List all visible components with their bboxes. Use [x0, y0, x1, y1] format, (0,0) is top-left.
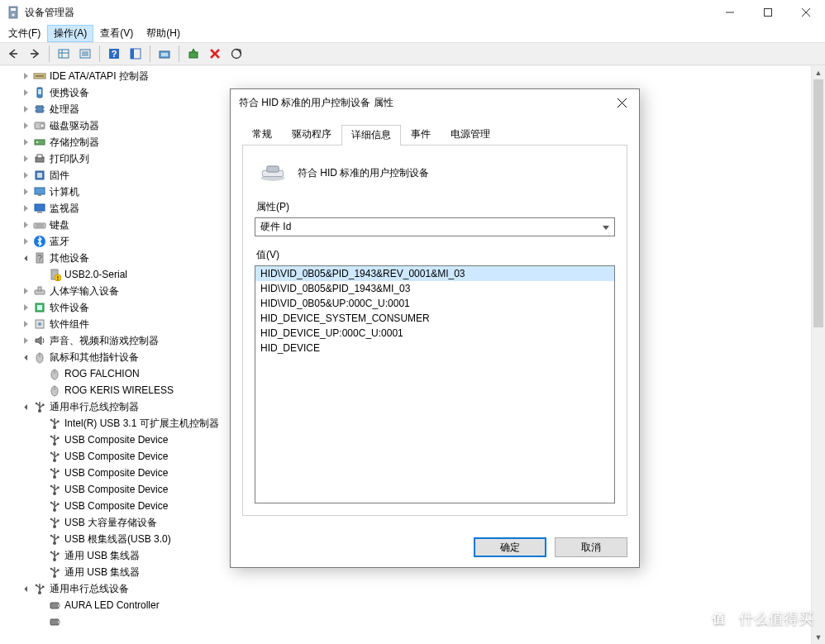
list-item[interactable]: HID\VID_0B05&PID_1943&REV_0001&MI_03: [255, 266, 614, 281]
update-driver-button[interactable]: [155, 45, 174, 63]
maximize-button[interactable]: [749, 0, 787, 25]
tree-item-label: USB Composite Device: [64, 484, 168, 495]
vertical-scrollbar[interactable]: ▲ ▼: [811, 65, 825, 644]
expander-icon[interactable]: [20, 219, 31, 231]
expander-icon[interactable]: [20, 401, 31, 413]
svg-point-102: [50, 485, 53, 488]
svg-rect-133: [57, 570, 60, 572]
tree-item[interactable]: IDE ATA/ATAPI 控制器: [0, 68, 811, 84]
menu-file[interactable]: 文件(F): [2, 25, 47, 42]
expander-icon[interactable]: [20, 186, 31, 198]
menu-view[interactable]: 查看(V): [93, 25, 140, 42]
list-item[interactable]: HID_DEVICE_UP:000C_U:0001: [255, 326, 614, 341]
expander-icon[interactable]: [20, 169, 31, 181]
list-item[interactable]: HID_DEVICE: [255, 341, 614, 355]
expander-icon[interactable]: [20, 136, 31, 148]
scroll-thumb[interactable]: [813, 79, 823, 327]
tree-item-label: 通用串行总线控制器: [50, 400, 139, 414]
svg-rect-42: [37, 173, 42, 178]
list-item[interactable]: HID\VID_0B05&PID_1943&MI_03: [255, 281, 614, 296]
expander-icon[interactable]: [20, 87, 31, 98]
svg-point-36: [41, 124, 45, 128]
tree-item[interactable]: [0, 613, 811, 630]
tree-item[interactable]: AURA LED Controller: [0, 597, 811, 613]
portable-icon: [33, 86, 46, 99]
close-button[interactable]: [787, 0, 825, 25]
dialog-titlebar[interactable]: 符合 HID 标准的用户控制设备 属性: [231, 89, 639, 116]
tree-item[interactable]: 通用串行总线设备: [0, 580, 811, 597]
tab-power[interactable]: 电源管理: [441, 124, 500, 145]
tree-item-label: USB Composite Device: [64, 500, 168, 512]
unknown-warn-icon: !: [48, 268, 61, 281]
tab-driver[interactable]: 驱动程序: [282, 124, 341, 145]
dialog-close-button[interactable]: [604, 89, 639, 116]
expander-icon[interactable]: [20, 335, 31, 346]
properties-view-button[interactable]: [75, 45, 95, 63]
enable-button[interactable]: [184, 45, 203, 63]
menu-help[interactable]: 帮助(H): [140, 25, 187, 42]
svg-rect-142: [50, 619, 59, 625]
mouse-icon: [48, 367, 61, 380]
help-topics-button[interactable]: [126, 45, 145, 63]
tree-item-label: 通用串行总线设备: [50, 582, 129, 596]
tab-events[interactable]: 事件: [401, 124, 441, 145]
svg-rect-1: [11, 8, 16, 11]
menu-action[interactable]: 操作(A): [47, 25, 93, 42]
watermark-icon: 值: [704, 604, 732, 632]
show-hidden-button[interactable]: [54, 45, 74, 63]
expander-icon[interactable]: [20, 302, 31, 313]
value-label: 值(V): [256, 248, 615, 262]
svg-rect-22: [189, 52, 198, 58]
svg-rect-139: [42, 586, 45, 589]
tree-item-label: IDE ATA/ATAPI 控制器: [50, 69, 149, 83]
scroll-track[interactable]: [812, 79, 825, 630]
scroll-down-arrow[interactable]: ▼: [812, 630, 825, 644]
firmware-icon: [33, 169, 46, 182]
mouse-icon: [48, 384, 61, 397]
expander-icon[interactable]: [20, 583, 31, 594]
expander-icon[interactable]: [20, 103, 31, 115]
tab-details[interactable]: 详细信息: [341, 125, 401, 145]
list-item[interactable]: HID\VID_0B05&UP:000C_U:0001: [255, 296, 614, 311]
expander-icon[interactable]: [20, 351, 31, 363]
usb-icon: [48, 516, 61, 529]
uninstall-button[interactable]: [205, 45, 225, 63]
expander-icon[interactable]: [20, 203, 31, 214]
minimize-button[interactable]: [711, 0, 749, 25]
ok-button[interactable]: 确定: [474, 537, 546, 557]
expander-icon[interactable]: [20, 318, 31, 330]
back-button[interactable]: [3, 45, 23, 63]
usb-dev-icon: [48, 599, 61, 612]
tree-item-label: USB2.0-Serial: [64, 269, 127, 280]
scroll-up-arrow[interactable]: ▲: [812, 65, 825, 79]
cancel-button[interactable]: 取消: [555, 537, 627, 557]
help-button[interactable]: ?: [104, 45, 124, 63]
window-title: 设备管理器: [25, 6, 74, 20]
value-listbox[interactable]: HID\VID_0B05&PID_1943&REV_0001&MI_03HID\…: [255, 265, 615, 503]
tree-item-label: 蓝牙: [50, 235, 69, 249]
forward-button[interactable]: [25, 45, 45, 63]
device-header: 符合 HID 标准的用户控制设备: [258, 160, 615, 185]
device-icon: [258, 160, 288, 185]
expander-icon[interactable]: [20, 153, 31, 165]
unknown-icon: ?: [33, 251, 46, 265]
printer-icon: [33, 152, 46, 165]
expander-icon[interactable]: [20, 285, 31, 297]
tree-item-label: 固件: [50, 169, 69, 183]
tab-general[interactable]: 常规: [242, 124, 282, 145]
scan-hardware-button[interactable]: [227, 45, 246, 63]
tree-item-label: ROG FALCHION: [64, 368, 140, 379]
tab-row: 常规 驱动程序 详细信息 事件 电源管理: [242, 124, 627, 145]
property-dropdown[interactable]: 硬件 Id: [255, 217, 615, 236]
expander-icon[interactable]: [20, 252, 31, 264]
list-item[interactable]: HID_DEVICE_SYSTEM_CONSUMER: [255, 311, 614, 326]
svg-point-96: [50, 469, 53, 471]
tree-item-label: AURA LED Controller: [64, 599, 160, 611]
expander-icon[interactable]: [20, 236, 31, 247]
expander-icon[interactable]: [20, 70, 31, 82]
tree-item-label: 其他设备: [50, 251, 89, 265]
usb-icon: [48, 499, 61, 513]
ide-icon: [33, 69, 46, 83]
audio-icon: [33, 334, 46, 347]
expander-icon[interactable]: [20, 120, 31, 131]
